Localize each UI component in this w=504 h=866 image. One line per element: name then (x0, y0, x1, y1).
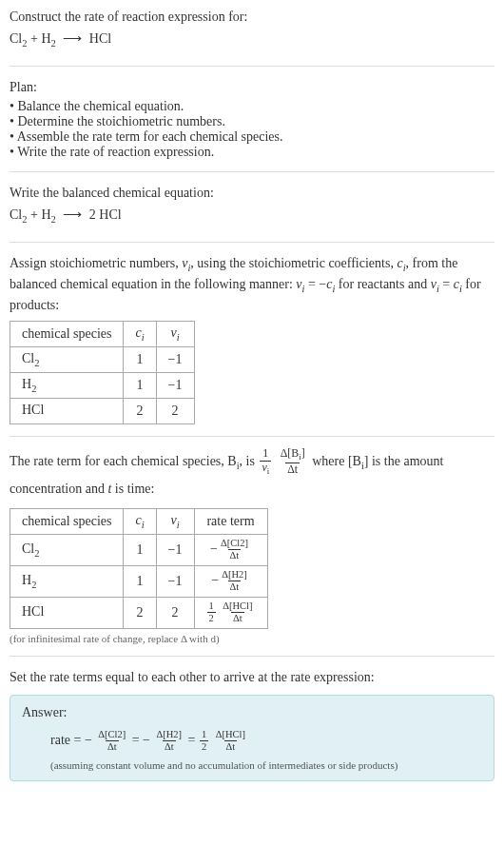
stoich-table: chemical species ci νi Cl2 1 −1 H2 1 −1 … (10, 321, 195, 423)
fraction: 1νi (260, 448, 271, 476)
balanced-equation: Cl2 + H2 ⟶ 2 HCl (10, 205, 494, 228)
answer-box: Answer: rate = − Δ[Cl2]Δt = − Δ[H2]Δt = … (10, 695, 494, 781)
rate-term-caption: (for infinitesimal rate of change, repla… (10, 633, 494, 644)
fraction: Δ[H2]Δt (155, 730, 184, 753)
table-row: H2 1 −1 (10, 373, 195, 399)
fraction: Δ[Cl2]Δt (96, 730, 127, 753)
rate-term-section: The rate term for each chemical species,… (10, 448, 494, 657)
fraction: Δ[Cl2]Δt (219, 539, 250, 561)
col-ci: ci (124, 508, 156, 534)
fraction: Δ[HCl]Δt (221, 601, 254, 624)
product-hcl: HCl (86, 31, 111, 46)
table-row: HCl 2 2 (10, 398, 195, 423)
prompt-text: Construct the rate of reaction expressio… (10, 8, 494, 27)
plan-item: Assemble the rate term for each chemical… (10, 129, 494, 145)
plan-item: Balance the chemical equation. (10, 99, 494, 114)
unbalanced-equation: Cl2 + H2 ⟶ HCl (10, 29, 494, 52)
rate-expression: rate = − Δ[Cl2]Δt = − Δ[H2]Δt = 12 Δ[HCl… (50, 726, 482, 756)
stoich-explanation: Assign stoichiometric numbers, νi, using… (10, 254, 494, 315)
problem-statement: Construct the rate of reaction expressio… (10, 8, 494, 67)
final-section: Set the rate terms equal to each other t… (10, 668, 494, 781)
table-row: HCl 2 2 12 Δ[HCl]Δt (10, 597, 268, 628)
reactant-cl2: Cl2 (10, 207, 27, 222)
plan-section: Plan: Balance the chemical equation. Det… (10, 78, 494, 172)
fraction-half: 12 (200, 730, 208, 753)
plan-title: Plan: (10, 78, 494, 97)
plan-item: Write the rate of reaction expression. (10, 145, 494, 160)
col-rate: rate term (194, 508, 267, 534)
fraction: Δ[HCl]Δt (214, 730, 247, 753)
col-ci: ci (124, 322, 156, 347)
table-header-row: chemical species ci νi rate term (10, 508, 268, 534)
balanced-title: Write the balanced chemical equation: (10, 184, 494, 203)
reaction-arrow-icon: ⟶ (63, 207, 82, 222)
col-species: chemical species (10, 322, 124, 347)
table-row: Cl2 1 −1 −Δ[Cl2]Δt (10, 534, 268, 565)
table-header-row: chemical species ci νi (10, 322, 195, 347)
table-row: Cl2 1 −1 (10, 347, 195, 373)
balanced-equation-section: Write the balanced chemical equation: Cl… (10, 184, 494, 243)
table-row: H2 1 −1 −Δ[H2]Δt (10, 565, 268, 597)
fraction-half: 12 (207, 601, 216, 624)
answer-label: Answer: (22, 705, 482, 720)
reactant-cl2: Cl2 (10, 31, 27, 46)
plan-list: Balance the chemical equation. Determine… (10, 99, 494, 160)
plan-item: Determine the stoichiometric numbers. (10, 114, 494, 129)
reactant-h2: H2 (41, 207, 55, 222)
rate-term-table: chemical species ci νi rate term Cl2 1 −… (10, 508, 268, 629)
col-species: chemical species (10, 508, 124, 534)
col-nui: νi (156, 322, 194, 347)
stoich-section: Assign stoichiometric numbers, νi, using… (10, 254, 494, 437)
col-nui: νi (156, 508, 194, 534)
final-title: Set the rate terms equal to each other t… (10, 668, 494, 687)
rate-term-explanation: The rate term for each chemical species,… (10, 448, 494, 502)
fraction: Δ[Bi]Δt (279, 448, 307, 476)
reactant-h2: H2 (41, 31, 55, 46)
product-hcl: HCl (99, 207, 121, 222)
answer-caption: (assuming constant volume and no accumul… (50, 759, 482, 771)
reaction-arrow-icon: ⟶ (63, 31, 82, 46)
fraction: Δ[H2]Δt (220, 570, 249, 593)
